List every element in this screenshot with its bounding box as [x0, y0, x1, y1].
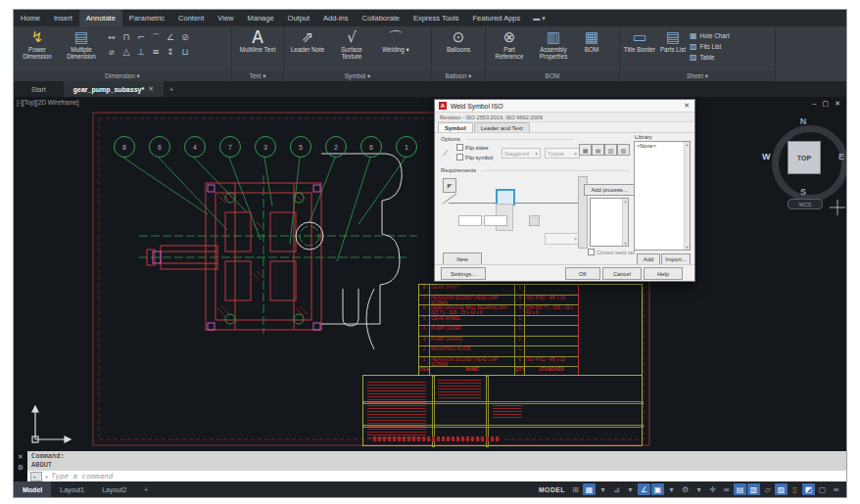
status-toggle-icon[interactable]: ▢ — [816, 483, 829, 495]
ribbon-tab[interactable]: Parametric — [122, 10, 171, 26]
leader-flag-button[interactable]: ◤ — [443, 178, 456, 193]
status-toggle-icon[interactable]: ≡ — [720, 483, 733, 495]
layout-tab[interactable]: + — [135, 481, 157, 497]
status-toggle-icon[interactable]: ▾ — [597, 483, 609, 495]
balloon-callout[interactable]: 2 — [325, 136, 347, 158]
file-tab-drawing[interactable]: gear_pump_subassy* ✕ — [64, 81, 164, 97]
status-toggle-icon[interactable]: ⚙ — [679, 483, 692, 495]
multiple-dimension-button[interactable]: ▤ Multiple Dimension — [61, 28, 102, 60]
status-toggle-icon[interactable]: ≡ — [830, 483, 842, 495]
closed-weld-tail-checkbox[interactable]: Closed weld tail — [588, 249, 635, 255]
dialog-close-icon[interactable]: ✕ — [684, 102, 690, 110]
balloon-callout[interactable]: 1 — [396, 136, 417, 158]
symbol-scale-dropdown[interactable]: ▾ — [545, 233, 580, 245]
file-tab-start[interactable]: Start — [14, 81, 64, 97]
dialog-title-bar[interactable]: A Weld Symbol ISO ✕ — [435, 100, 694, 113]
file-tab-close-icon[interactable]: ✕ — [148, 85, 154, 93]
flip-sides-checkbox[interactable]: Flip sides — [456, 144, 489, 151]
ribbon-tab[interactable]: Add-ins — [316, 10, 355, 26]
typical-dropdown[interactable]: Typical▾ — [545, 148, 580, 159]
symbol-layout-button-2[interactable]: ▤ — [592, 144, 604, 156]
status-toggle-icon[interactable]: ✛ — [706, 483, 719, 495]
settings-button[interactable]: Settings... — [441, 267, 486, 280]
table-button[interactable]: ▨ Table — [690, 53, 730, 62]
status-toggle-icon[interactable]: ▾ — [665, 483, 678, 495]
ribbon-tab[interactable]: View — [211, 10, 240, 26]
ribbon-tab[interactable]: Manage — [240, 10, 280, 26]
status-toggle-icon[interactable]: ▥ — [747, 483, 760, 495]
model-space-badge[interactable]: MODEL — [539, 486, 565, 493]
layout-tab[interactable]: Layout1 — [51, 481, 93, 497]
title-block[interactable] — [362, 375, 643, 446]
length-field[interactable] — [484, 215, 507, 226]
symbol-layout-button-3[interactable]: ▥ — [604, 144, 617, 156]
balloon-callout[interactable]: 4 — [184, 136, 206, 158]
balloon-callout[interactable]: 5 — [290, 136, 311, 158]
panel-footer-symbol[interactable]: Symbol ▾ — [284, 70, 431, 81]
assembly-properties-button[interactable]: ▥ Assembly Properties — [533, 28, 574, 60]
leader-note-button[interactable]: ⇗ Leader Note — [287, 28, 328, 53]
surface-texture-button[interactable]: √ Surface Texture — [331, 28, 372, 60]
add-process-button[interactable]: Add process... — [584, 184, 635, 196]
panel-footer-sheet[interactable]: Sheet ▾ — [620, 70, 775, 81]
flip-symbol-checkbox[interactable]: Flip symbol — [456, 154, 493, 160]
process-scrollbar[interactable]: ▴▾ — [622, 199, 628, 246]
library-list-item[interactable]: <None> — [635, 142, 690, 150]
panel-footer-bom[interactable]: BOM — [486, 70, 619, 81]
symbol-layout-button-4[interactable]: ▧ — [617, 144, 630, 156]
ribbon-tab[interactable]: Output — [281, 10, 317, 26]
viewcube-top-face[interactable]: TOP — [788, 141, 821, 174]
welding-button[interactable]: ⌒ Welding ▾ — [375, 28, 416, 53]
status-toggle-icon[interactable]: ▾ — [693, 483, 705, 495]
wcs-dropdown[interactable]: WCS — [788, 199, 823, 209]
viewcube-west[interactable]: W — [762, 152, 771, 161]
library-scrollbar[interactable]: ▴▾ — [684, 142, 690, 250]
status-toggle-icon[interactable]: ∠ — [638, 483, 650, 495]
dimension-tool-icon[interactable]: ∠ — [164, 30, 177, 44]
ribbon-tab[interactable]: Collaborate — [356, 10, 406, 26]
status-toggle-icon[interactable]: ▾ — [624, 483, 637, 495]
dimension-tool-icon[interactable]: ⊥ — [134, 45, 148, 59]
dimension-tool-icon[interactable]: ⌐ — [134, 30, 148, 44]
bom-button[interactable]: ▦ BOM — [577, 28, 606, 53]
status-toggle-icon[interactable]: ▨ — [775, 483, 788, 495]
balloon-callout[interactable]: 6 — [360, 136, 382, 158]
library-listbox[interactable]: <None> ▴▾ — [634, 141, 691, 251]
status-toggle-icon[interactable]: ▱ — [761, 483, 774, 495]
viewcube[interactable]: N S W E TOP — [765, 118, 841, 195]
layout-tab[interactable]: Layout2 — [93, 481, 135, 497]
status-toggle-icon[interactable]: ⊿ — [610, 483, 623, 495]
dimension-tool-icon[interactable]: △ — [119, 45, 133, 59]
status-toggle-icon[interactable]: ⊞ — [569, 483, 582, 495]
size-field[interactable] — [458, 215, 482, 226]
hole-chart-button[interactable]: ▦ Hole Chart — [690, 31, 730, 40]
spacer-slot[interactable] — [529, 215, 540, 226]
customize-wrench-icon[interactable]: ⚙ — [18, 464, 24, 472]
title-border-button[interactable]: ▭ Title Border — [623, 28, 656, 53]
minimize-icon[interactable]: – — [813, 100, 817, 108]
dimension-tool-icon[interactable]: ↕ — [164, 45, 177, 59]
tab-symbol[interactable]: Symbol — [438, 122, 473, 132]
parts-list-table[interactable]: 8 GEAR SHAFT 1 7 HEXAGON SOCKET HEAD CAP… — [418, 284, 643, 376]
model-space-canvas[interactable]: [-][Top][2D Wireframe] – ▢ ✕ — [14, 97, 846, 451]
ribbon-tab[interactable]: Express Tools — [406, 10, 466, 26]
ok-button[interactable]: OK — [565, 267, 600, 280]
ribbon-tab[interactable]: Home — [14, 10, 47, 26]
ribbon-collapse-icon[interactable]: ▬ ▾ — [527, 10, 550, 26]
ribbon-tab[interactable]: Insert — [47, 10, 79, 26]
status-toggle-icon[interactable]: ▤ — [734, 483, 746, 495]
multiline-text-button[interactable]: A Multiline Text — [237, 28, 278, 53]
balloon-callout[interactable]: 6 — [149, 136, 170, 158]
ribbon-tab[interactable]: Featured Apps — [465, 10, 527, 26]
process-listbox[interactable]: ▴▾ — [590, 198, 629, 247]
help-button[interactable]: Help — [644, 267, 683, 280]
close-icon[interactable]: ✕ — [835, 100, 840, 108]
balloon-callout[interactable]: 7 — [219, 136, 241, 158]
balloon-callout[interactable]: 8 — [114, 136, 135, 158]
staggered-dropdown[interactable]: Staggered▾ — [502, 148, 541, 159]
viewcube-east[interactable]: E — [838, 152, 844, 161]
parts-list-button[interactable]: ▤ Parts List — [659, 28, 687, 53]
status-toggle-icon[interactable]: ▣ — [651, 483, 664, 495]
part-reference-button[interactable]: ⊗ Part Reference — [489, 28, 530, 60]
dimension-tool-icon[interactable]: ⌒ — [149, 30, 163, 44]
